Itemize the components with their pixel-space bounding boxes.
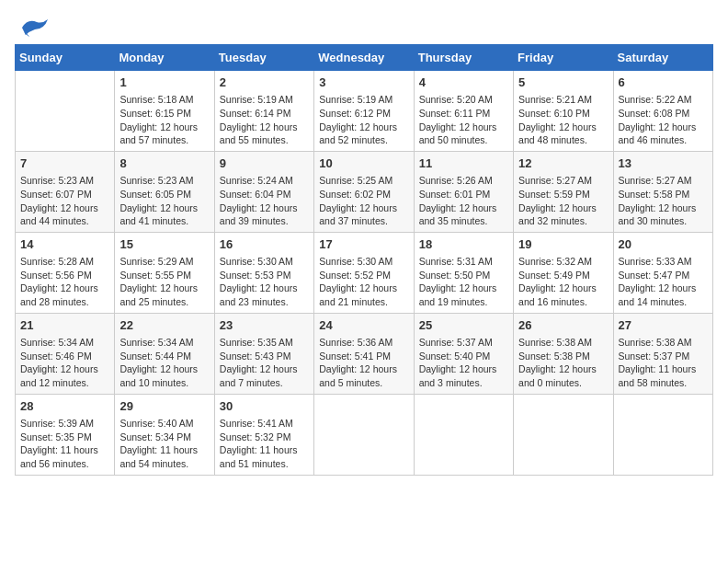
calendar-table: SundayMondayTuesdayWednesdayThursdayFrid…	[15, 44, 713, 476]
day-info: Sunrise: 5:23 AM Sunset: 6:07 PM Dayligh…	[20, 174, 109, 228]
calendar-cell	[613, 394, 712, 475]
weekday-header-tuesday: Tuesday	[214, 45, 313, 71]
calendar-cell: 23Sunrise: 5:35 AM Sunset: 5:43 PM Dayli…	[214, 313, 313, 394]
calendar-body: 1Sunrise: 5:18 AM Sunset: 6:15 PM Daylig…	[16, 71, 713, 476]
day-number: 4	[419, 75, 508, 91]
day-info: Sunrise: 5:36 AM Sunset: 5:41 PM Dayligh…	[319, 336, 408, 390]
calendar-cell: 17Sunrise: 5:30 AM Sunset: 5:52 PM Dayli…	[314, 232, 414, 313]
calendar-cell: 14Sunrise: 5:28 AM Sunset: 5:56 PM Dayli…	[16, 232, 115, 313]
weekday-header-monday: Monday	[115, 45, 214, 71]
calendar-cell	[16, 71, 115, 152]
calendar-cell: 22Sunrise: 5:34 AM Sunset: 5:44 PM Dayli…	[115, 313, 214, 394]
day-number: 22	[119, 317, 209, 334]
day-info: Sunrise: 5:19 AM Sunset: 6:14 PM Dayligh…	[220, 93, 309, 147]
day-number: 18	[419, 236, 508, 253]
day-info: Sunrise: 5:22 AM Sunset: 6:08 PM Dayligh…	[619, 93, 708, 147]
calendar-cell: 24Sunrise: 5:36 AM Sunset: 5:41 PM Dayli…	[314, 313, 414, 394]
day-number: 1	[119, 75, 209, 91]
calendar-cell: 28Sunrise: 5:39 AM Sunset: 5:35 PM Dayli…	[16, 394, 115, 475]
day-number: 8	[119, 155, 209, 172]
day-info: Sunrise: 5:31 AM Sunset: 5:50 PM Dayligh…	[419, 255, 508, 309]
day-number: 2	[220, 75, 309, 91]
day-number: 6	[619, 75, 708, 91]
day-number: 17	[319, 236, 408, 253]
calendar-cell: 10Sunrise: 5:25 AM Sunset: 6:02 PM Dayli…	[314, 151, 414, 232]
calendar-cell: 12Sunrise: 5:27 AM Sunset: 5:59 PM Dayli…	[514, 151, 613, 232]
day-info: Sunrise: 5:24 AM Sunset: 6:04 PM Dayligh…	[220, 174, 309, 228]
day-info: Sunrise: 5:38 AM Sunset: 5:38 PM Dayligh…	[518, 336, 608, 390]
calendar-cell: 16Sunrise: 5:30 AM Sunset: 5:53 PM Dayli…	[214, 232, 313, 313]
day-info: Sunrise: 5:27 AM Sunset: 5:58 PM Dayligh…	[619, 174, 708, 228]
calendar-cell: 25Sunrise: 5:37 AM Sunset: 5:40 PM Dayli…	[414, 313, 513, 394]
calendar-cell: 2Sunrise: 5:19 AM Sunset: 6:14 PM Daylig…	[214, 71, 313, 152]
calendar-cell: 15Sunrise: 5:29 AM Sunset: 5:55 PM Dayli…	[115, 232, 214, 313]
page-header	[15, 15, 713, 33]
weekday-header-thursday: Thursday	[414, 45, 513, 71]
day-info: Sunrise: 5:18 AM Sunset: 6:15 PM Dayligh…	[119, 93, 209, 147]
day-number: 24	[319, 317, 408, 334]
day-number: 27	[619, 317, 708, 334]
calendar-cell: 9Sunrise: 5:24 AM Sunset: 6:04 PM Daylig…	[214, 151, 313, 232]
day-info: Sunrise: 5:39 AM Sunset: 5:35 PM Dayligh…	[20, 417, 109, 471]
calendar-cell: 6Sunrise: 5:22 AM Sunset: 6:08 PM Daylig…	[613, 71, 712, 152]
calendar-week-3: 14Sunrise: 5:28 AM Sunset: 5:56 PM Dayli…	[16, 232, 713, 313]
day-number: 20	[619, 236, 708, 253]
calendar-cell	[514, 394, 613, 475]
logo	[15, 15, 51, 33]
day-number: 10	[319, 155, 408, 172]
day-number: 12	[518, 155, 608, 172]
day-info: Sunrise: 5:34 AM Sunset: 5:46 PM Dayligh…	[20, 336, 109, 390]
day-info: Sunrise: 5:30 AM Sunset: 5:52 PM Dayligh…	[319, 255, 408, 309]
day-number: 21	[20, 317, 109, 334]
calendar-cell: 13Sunrise: 5:27 AM Sunset: 5:58 PM Dayli…	[613, 151, 712, 232]
day-number: 11	[419, 155, 508, 172]
calendar-week-4: 21Sunrise: 5:34 AM Sunset: 5:46 PM Dayli…	[16, 313, 713, 394]
calendar-cell: 8Sunrise: 5:23 AM Sunset: 6:05 PM Daylig…	[115, 151, 214, 232]
day-number: 16	[220, 236, 309, 253]
day-info: Sunrise: 5:37 AM Sunset: 5:40 PM Dayligh…	[419, 336, 508, 390]
day-info: Sunrise: 5:40 AM Sunset: 5:34 PM Dayligh…	[119, 417, 209, 471]
day-number: 9	[220, 155, 309, 172]
day-number: 3	[319, 75, 408, 91]
day-info: Sunrise: 5:21 AM Sunset: 6:10 PM Dayligh…	[518, 93, 608, 147]
day-info: Sunrise: 5:32 AM Sunset: 5:49 PM Dayligh…	[518, 255, 608, 309]
day-number: 23	[220, 317, 309, 334]
calendar-week-5: 28Sunrise: 5:39 AM Sunset: 5:35 PM Dayli…	[16, 394, 713, 475]
calendar-cell: 30Sunrise: 5:41 AM Sunset: 5:32 PM Dayli…	[214, 394, 313, 475]
weekday-header-sunday: Sunday	[16, 45, 115, 71]
day-number: 7	[20, 155, 109, 172]
day-number: 29	[119, 398, 209, 415]
calendar-week-1: 1Sunrise: 5:18 AM Sunset: 6:15 PM Daylig…	[16, 71, 713, 152]
calendar-cell: 18Sunrise: 5:31 AM Sunset: 5:50 PM Dayli…	[414, 232, 513, 313]
day-number: 30	[220, 398, 309, 415]
calendar-cell: 21Sunrise: 5:34 AM Sunset: 5:46 PM Dayli…	[16, 313, 115, 394]
day-number: 26	[518, 317, 608, 334]
calendar-cell: 11Sunrise: 5:26 AM Sunset: 6:01 PM Dayli…	[414, 151, 513, 232]
day-info: Sunrise: 5:41 AM Sunset: 5:32 PM Dayligh…	[220, 417, 309, 471]
day-info: Sunrise: 5:26 AM Sunset: 6:01 PM Dayligh…	[419, 174, 508, 228]
day-info: Sunrise: 5:19 AM Sunset: 6:12 PM Dayligh…	[319, 93, 408, 147]
day-info: Sunrise: 5:25 AM Sunset: 6:02 PM Dayligh…	[319, 174, 408, 228]
calendar-cell: 26Sunrise: 5:38 AM Sunset: 5:38 PM Dayli…	[514, 313, 613, 394]
day-info: Sunrise: 5:33 AM Sunset: 5:47 PM Dayligh…	[619, 255, 708, 309]
calendar-cell: 5Sunrise: 5:21 AM Sunset: 6:10 PM Daylig…	[514, 71, 613, 152]
calendar-cell: 1Sunrise: 5:18 AM Sunset: 6:15 PM Daylig…	[115, 71, 214, 152]
calendar-cell: 4Sunrise: 5:20 AM Sunset: 6:11 PM Daylig…	[414, 71, 513, 152]
calendar-cell: 27Sunrise: 5:38 AM Sunset: 5:37 PM Dayli…	[613, 313, 712, 394]
day-info: Sunrise: 5:38 AM Sunset: 5:37 PM Dayligh…	[619, 336, 708, 390]
day-number: 14	[20, 236, 109, 253]
calendar-cell: 20Sunrise: 5:33 AM Sunset: 5:47 PM Dayli…	[613, 232, 712, 313]
calendar-cell	[314, 394, 414, 475]
day-info: Sunrise: 5:30 AM Sunset: 5:53 PM Dayligh…	[220, 255, 309, 309]
day-number: 25	[419, 317, 508, 334]
calendar-cell: 19Sunrise: 5:32 AM Sunset: 5:49 PM Dayli…	[514, 232, 613, 313]
weekday-header-saturday: Saturday	[613, 45, 712, 71]
weekday-header-wednesday: Wednesday	[314, 45, 414, 71]
day-info: Sunrise: 5:28 AM Sunset: 5:56 PM Dayligh…	[20, 255, 109, 309]
logo-bird-icon	[17, 15, 51, 40]
day-number: 19	[518, 236, 608, 253]
calendar-cell	[414, 394, 513, 475]
day-number: 15	[119, 236, 209, 253]
day-number: 28	[20, 398, 109, 415]
day-number: 13	[619, 155, 708, 172]
